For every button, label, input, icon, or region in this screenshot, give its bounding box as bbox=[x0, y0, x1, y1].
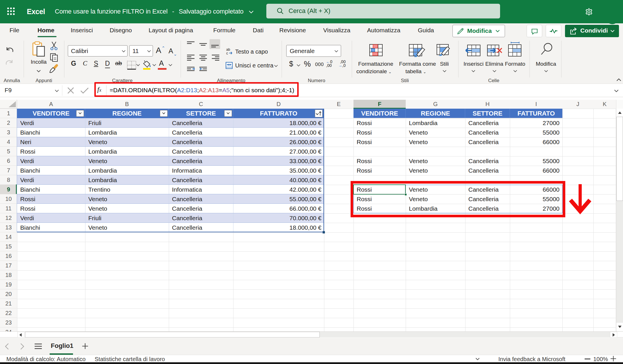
svg-text:c: c bbox=[226, 51, 228, 55]
svg-text:ab: ab bbox=[226, 48, 230, 52]
